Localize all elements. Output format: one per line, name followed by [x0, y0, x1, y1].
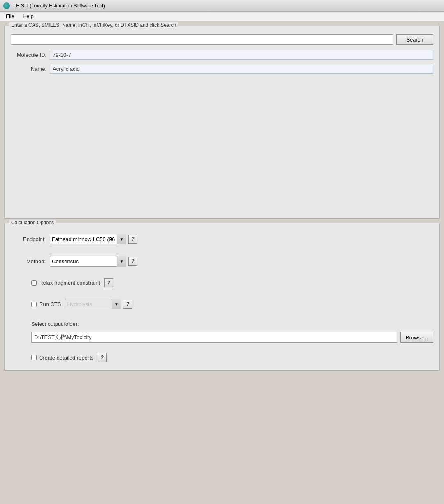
output-folder-section: Select output folder: Browse...: [11, 321, 433, 343]
create-detailed-row: Create detailed reports ?: [11, 353, 433, 362]
browse-button[interactable]: Browse...: [400, 332, 433, 343]
molecule-id-row: Molecule ID:: [11, 50, 433, 60]
endpoint-label: Endpoint:: [11, 236, 50, 242]
create-detailed-checkbox[interactable]: [31, 355, 37, 360]
run-cts-label[interactable]: Run CTS: [39, 301, 61, 307]
search-button[interactable]: Search: [396, 34, 433, 45]
output-folder-row: Browse...: [31, 332, 433, 343]
relax-fragment-help-button[interactable]: ?: [104, 278, 113, 287]
cts-dropdown[interactable]: Hydrolysis: [65, 299, 121, 309]
relax-fragment-row: Relax fragment constraint ?: [11, 278, 433, 287]
method-dropdown[interactable]: Consensus FDA Hierarchical clustering k-…: [50, 256, 126, 267]
run-cts-row: Run CTS Hydrolysis ▼ ?: [11, 299, 433, 309]
calc-panel: Calculation Options Endpoint: Fathead mi…: [4, 223, 440, 371]
search-panel: Enter a CAS, SMILES, Name, InChi, InChiK…: [4, 26, 440, 219]
name-label: Name:: [11, 66, 50, 72]
run-cts-checkbox[interactable]: [31, 302, 37, 307]
molecule-id-field[interactable]: [50, 50, 433, 60]
method-label: Method:: [11, 258, 50, 265]
title-bar: T.E.S.T (Toxicity Estimation Software To…: [0, 0, 444, 12]
create-detailed-help-button[interactable]: ?: [98, 353, 107, 362]
method-help-button[interactable]: ?: [128, 257, 137, 266]
create-detailed-label[interactable]: Create detailed reports: [39, 355, 93, 361]
menu-help[interactable]: Help: [19, 12, 38, 20]
endpoint-dropdown[interactable]: Fathead minnow LC50 (96 hr) Daphnia magn…: [50, 234, 126, 244]
search-input[interactable]: [11, 34, 393, 45]
search-instruction: Enter a CAS, SMILES, Name, InChi, InChiK…: [9, 22, 178, 28]
name-field[interactable]: [50, 64, 433, 74]
app-icon: [3, 2, 10, 9]
output-path-field[interactable]: [31, 332, 397, 343]
search-row: Search: [11, 34, 433, 45]
relax-fragment-checkbox[interactable]: [31, 280, 37, 286]
menu-bar: File Help: [0, 12, 444, 21]
method-container: Consensus FDA Hierarchical clustering k-…: [50, 256, 126, 267]
main-content: Enter a CAS, SMILES, Name, InChi, InChiK…: [0, 21, 444, 379]
endpoint-container: Fathead minnow LC50 (96 hr) Daphnia magn…: [50, 234, 126, 244]
name-row: Name:: [11, 64, 433, 74]
output-folder-label: Select output folder:: [31, 321, 433, 327]
cts-dropdown-container: Hydrolysis ▼: [65, 299, 121, 309]
endpoint-dropdown-wrapper: Fathead minnow LC50 (96 hr) Daphnia magn…: [50, 234, 137, 244]
title-bar-text: T.E.S.T (Toxicity Estimation Software To…: [12, 3, 105, 9]
endpoint-row: Endpoint: Fathead minnow LC50 (96 hr) Da…: [11, 234, 433, 244]
method-row: Method: Consensus FDA Hierarchical clust…: [11, 256, 433, 267]
menu-file[interactable]: File: [2, 12, 19, 20]
endpoint-help-button[interactable]: ?: [128, 235, 137, 244]
calc-legend: Calculation Options: [9, 220, 56, 225]
cts-help-button[interactable]: ?: [123, 300, 132, 309]
molecule-id-label: Molecule ID:: [11, 52, 50, 58]
method-dropdown-wrapper: Consensus FDA Hierarchical clustering k-…: [50, 256, 137, 267]
relax-fragment-label[interactable]: Relax fragment constraint: [39, 280, 100, 286]
